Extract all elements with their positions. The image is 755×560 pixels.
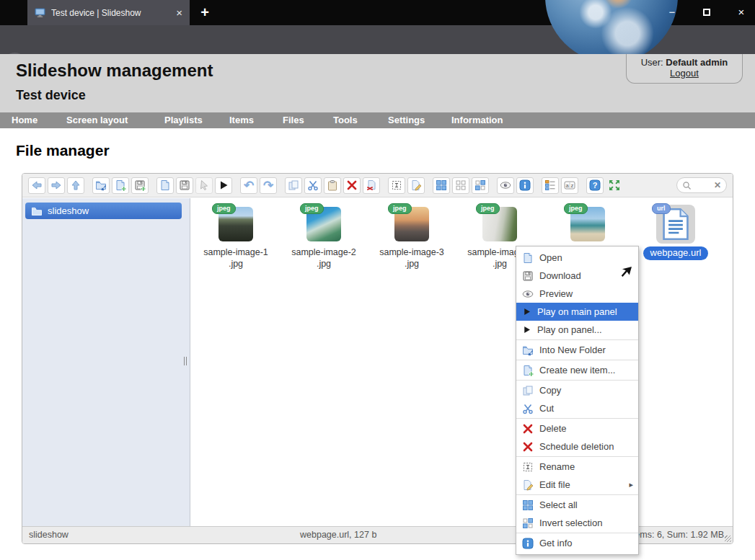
download-button[interactable] bbox=[176, 177, 193, 194]
window-close-button[interactable]: × bbox=[735, 6, 748, 18]
file-item[interactable]: jpeg sample-image-1.jpg bbox=[192, 203, 280, 270]
redo-icon: ↷ bbox=[263, 178, 273, 193]
new-folder-button[interactable] bbox=[92, 177, 110, 194]
nav-item-settings[interactable]: Settings bbox=[388, 115, 425, 125]
new-tab-button[interactable]: + bbox=[196, 4, 213, 21]
window-maximize-button[interactable] bbox=[700, 6, 713, 18]
browser-navbar: ← → ↻ ⌂ 192.168.0.58/file_manager#elf_Lw… bbox=[0, 25, 755, 54]
status-summary: Items: 6, Sum: 1.92 MB bbox=[630, 530, 724, 540]
file-type-badge: url bbox=[652, 203, 671, 214]
tree-folder-slideshow[interactable]: slideshow bbox=[25, 203, 182, 219]
browser-titlebar: Test device | Slideshow × + − × bbox=[0, 0, 755, 25]
menu-item-play-panel[interactable]: Play on panel... bbox=[516, 321, 638, 339]
menu-separator bbox=[516, 456, 638, 457]
panel-splitter-handle[interactable] bbox=[182, 355, 188, 367]
edit-button[interactable] bbox=[407, 177, 425, 194]
sort-list-button[interactable] bbox=[542, 177, 559, 194]
menu-item-rename[interactable]: Rename bbox=[516, 458, 638, 476]
main-nav: Home Screen layout Playlists Items Files… bbox=[0, 112, 755, 128]
file-name: sample-image-1 bbox=[203, 247, 268, 257]
play-icon bbox=[522, 307, 531, 316]
file-type-badge: jpeg bbox=[212, 203, 236, 214]
logout-link[interactable]: Logout bbox=[670, 68, 699, 79]
browser-tab[interactable]: Test device | Slideshow × bbox=[27, 0, 190, 25]
forward-button[interactable] bbox=[48, 177, 65, 194]
menu-item-create-new-item[interactable]: Create new item... bbox=[516, 361, 638, 379]
select-none-button[interactable] bbox=[452, 177, 469, 194]
schedule-delete-button[interactable] bbox=[363, 177, 380, 194]
menu-item-select-all[interactable]: Select all bbox=[516, 496, 638, 514]
help-button[interactable] bbox=[586, 177, 604, 194]
file-name: sample-image-3 bbox=[379, 247, 444, 257]
edit-icon bbox=[522, 479, 534, 491]
menu-item-delete[interactable]: Delete bbox=[516, 419, 638, 437]
tab-close-icon[interactable]: × bbox=[176, 6, 182, 19]
menu-item-invert-selection[interactable]: Invert selection bbox=[516, 514, 638, 532]
menu-item-cut[interactable]: Cut bbox=[516, 399, 638, 417]
preview-button[interactable] bbox=[497, 177, 514, 194]
search-clear-icon[interactable]: ✕ bbox=[714, 180, 721, 190]
menu-item-schedule-deletion[interactable]: Schedule deletion bbox=[516, 437, 638, 455]
new-folder-icon bbox=[522, 345, 534, 356]
up-button[interactable] bbox=[67, 177, 84, 194]
nav-item-tools[interactable]: Tools bbox=[333, 115, 358, 125]
window-minimize-button[interactable]: − bbox=[666, 6, 679, 18]
menu-item-edit-file[interactable]: Edit file▸ bbox=[516, 476, 638, 494]
select-all-button[interactable] bbox=[433, 177, 450, 194]
file-item[interactable]: jpeg sample-image-3.jpg bbox=[368, 203, 456, 270]
new-file-icon bbox=[522, 365, 534, 376]
nav-item-screen-layout[interactable]: Screen layout bbox=[66, 115, 128, 125]
cut-button[interactable] bbox=[304, 177, 322, 194]
play-button[interactable] bbox=[215, 177, 232, 194]
nav-item-files[interactable]: Files bbox=[283, 115, 304, 125]
cut-icon bbox=[522, 403, 534, 414]
search-input[interactable]: ✕ bbox=[676, 177, 727, 193]
info-button[interactable] bbox=[516, 177, 534, 194]
user-box: User: Default admin Logout bbox=[626, 54, 743, 84]
menu-separator bbox=[516, 494, 638, 495]
selected-file-name: webpage.url bbox=[643, 246, 709, 260]
invert-selection-button[interactable] bbox=[472, 177, 489, 194]
context-menu: Open Download Preview Play on main panel… bbox=[516, 246, 639, 555]
nav-item-home[interactable]: Home bbox=[12, 115, 37, 125]
copy-button[interactable] bbox=[285, 177, 302, 194]
menu-separator bbox=[516, 360, 638, 360]
select-all-icon bbox=[522, 499, 534, 511]
back-button[interactable]: ← bbox=[3, 53, 27, 54]
redo-button[interactable]: ↷ bbox=[260, 177, 277, 194]
play-icon bbox=[522, 325, 531, 334]
menu-item-into-new-folder[interactable]: Into New Folder bbox=[516, 341, 638, 359]
nav-item-items[interactable]: Items bbox=[229, 115, 254, 125]
nav-item-playlists[interactable]: Playlists bbox=[164, 115, 203, 125]
user-label: User: bbox=[641, 57, 666, 68]
new-file-button[interactable] bbox=[112, 177, 129, 194]
open-button[interactable] bbox=[156, 177, 174, 194]
menu-separator bbox=[516, 418, 638, 419]
tab-title: Test device | Slideshow bbox=[51, 8, 176, 18]
info-icon bbox=[522, 538, 534, 549]
rename-button[interactable] bbox=[388, 177, 405, 194]
menu-item-preview[interactable]: Preview bbox=[516, 285, 638, 303]
sort-az-button[interactable] bbox=[561, 177, 578, 194]
nav-item-information[interactable]: Information bbox=[451, 115, 503, 125]
search-icon bbox=[682, 181, 692, 190]
menu-item-play-main-panel[interactable]: Play on main panel bbox=[516, 303, 638, 321]
file-type-badge: jpeg bbox=[388, 203, 412, 214]
menu-item-copy[interactable]: Copy bbox=[516, 381, 638, 399]
tab-favicon-monitor-icon bbox=[35, 7, 45, 18]
undo-button[interactable]: ↶ bbox=[240, 177, 257, 194]
upload-button[interactable] bbox=[131, 177, 149, 194]
file-item[interactable]: jpeg sample-image-2.jpg bbox=[280, 203, 368, 270]
back-button[interactable] bbox=[28, 177, 45, 194]
delete-icon bbox=[522, 423, 534, 435]
paste-button[interactable] bbox=[324, 177, 341, 194]
menu-item-get-info[interactable]: Get info bbox=[516, 534, 638, 552]
file-item-selected[interactable]: url webpage.url bbox=[632, 203, 720, 270]
status-selection: webpage.url, 127 b bbox=[300, 530, 376, 540]
fullscreen-button[interactable] bbox=[606, 177, 623, 194]
resize-grip[interactable] bbox=[725, 535, 731, 542]
delete-button[interactable] bbox=[343, 177, 361, 194]
status-folder: slideshow bbox=[29, 530, 69, 540]
pointer-button[interactable] bbox=[195, 177, 213, 194]
delete-icon bbox=[522, 441, 534, 453]
